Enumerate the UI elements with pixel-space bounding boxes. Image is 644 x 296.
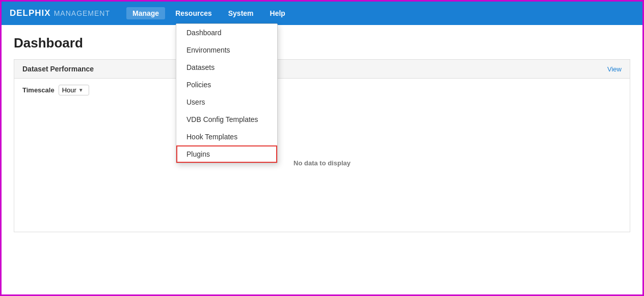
- no-data-message: No data to display: [293, 159, 351, 167]
- timescale-dropdown-arrow: ▼: [78, 87, 84, 93]
- dropdown-item-policies[interactable]: Policies: [176, 76, 277, 93]
- dropdown-item-users[interactable]: Users: [176, 93, 277, 111]
- navbar: DELPHIX MANAGEMENT Manage Resources Syst…: [2, 2, 642, 25]
- brand: DELPHIX MANAGEMENT: [10, 8, 110, 18]
- dropdown-item-vdb-config[interactable]: VDB Config Templates: [176, 111, 277, 128]
- timescale-select[interactable]: Hour ▼: [59, 85, 89, 95]
- dropdown-item-hook-templates[interactable]: Hook Templates: [176, 128, 277, 145]
- timescale-row: Timescale Hour ▼: [22, 85, 622, 95]
- nav-system[interactable]: System: [222, 7, 260, 19]
- panel-view-link[interactable]: View: [607, 65, 622, 73]
- brand-delphix: DELPHIX: [10, 8, 51, 18]
- manage-dropdown: Dashboard Environments Datasets Policies…: [176, 23, 278, 163]
- dropdown-item-dashboard[interactable]: Dashboard: [176, 24, 277, 41]
- timescale-label: Timescale: [22, 86, 55, 94]
- nav-help[interactable]: Help: [264, 7, 291, 19]
- page-title: Dashboard: [14, 35, 630, 51]
- main-content: Dashboard Dataset Performance View Times…: [2, 25, 642, 242]
- dataset-performance-panel: Dataset Performance View Timescale Hour …: [14, 59, 630, 232]
- panel-title: Dataset Performance: [22, 65, 94, 73]
- panel-header: Dataset Performance View: [14, 60, 630, 79]
- brand-management: MANAGEMENT: [54, 9, 110, 17]
- nav-resources[interactable]: Resources: [169, 7, 218, 19]
- dropdown-item-environments[interactable]: Environments: [176, 41, 277, 59]
- panel-body: Timescale Hour ▼ No data to display: [14, 79, 630, 232]
- timescale-value: Hour: [62, 86, 76, 94]
- dropdown-item-datasets[interactable]: Datasets: [176, 59, 277, 76]
- dropdown-item-plugins[interactable]: Plugins: [176, 145, 277, 163]
- navbar-menu: Manage Resources System Help: [126, 7, 291, 19]
- nav-manage[interactable]: Manage: [126, 7, 165, 19]
